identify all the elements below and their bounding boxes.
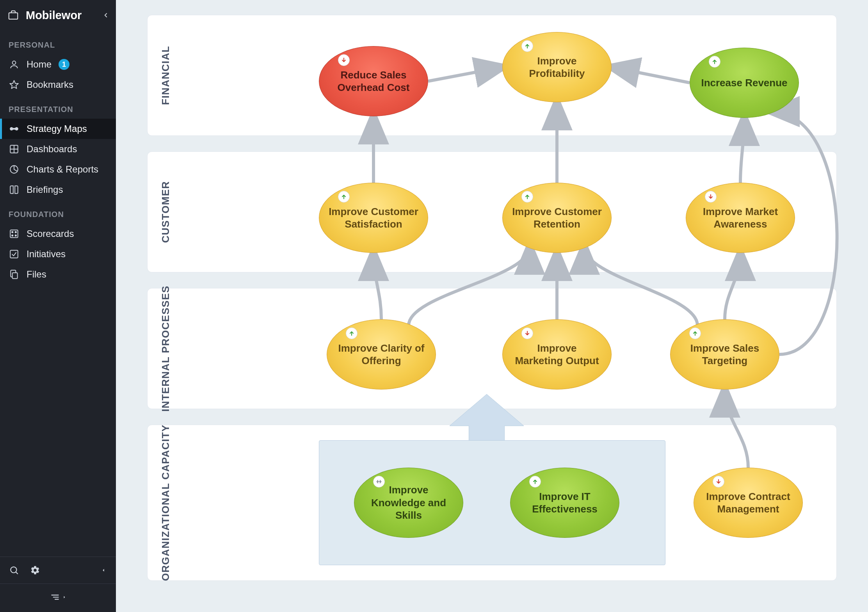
node-label: Improve Contract Management [703, 490, 793, 516]
strategy-icon [9, 123, 20, 134]
arrow-down-icon [713, 476, 724, 487]
arrow-up-icon [346, 327, 358, 339]
arrow-down-icon [705, 191, 717, 203]
svg-rect-15 [10, 250, 18, 258]
svg-line-18 [16, 572, 18, 574]
caret-right-icon [62, 592, 67, 603]
sidebar-item-label: Bookmarks [27, 79, 73, 90]
book-icon [9, 184, 20, 195]
node-label: Improve Knowledge and Skills [364, 484, 454, 522]
svg-rect-0 [9, 13, 18, 19]
svg-point-12 [15, 231, 16, 233]
sidebar-footer [0, 557, 116, 612]
arrow-up-icon [689, 327, 701, 339]
sidebar-item-home[interactable]: Home1 [0, 54, 116, 75]
sidebar-item-charts[interactable]: Charts & Reports [0, 159, 116, 180]
node-improve_profit[interactable]: Improve Profitability [502, 32, 612, 102]
sidebar-item-label: Scorecards [27, 228, 74, 239]
sidebar-item-label: Charts & Reports [27, 164, 98, 175]
node-label: Improve Marketing Output [512, 342, 602, 367]
node-label: Improve Clarity of Offering [336, 342, 426, 367]
node-label: Improve Customer Satisfaction [329, 205, 418, 231]
node-label: Improve Sales Targeting [680, 342, 770, 367]
chevron-left-icon[interactable] [101, 11, 110, 20]
lane-label: FINANCIAL [160, 46, 172, 105]
search-icon[interactable] [9, 565, 20, 576]
lane-label: INTERNAL PROCESSES [160, 285, 172, 411]
collapse-sidebar-button[interactable] [0, 584, 116, 612]
node-label: Improve IT Effectiveness [520, 490, 610, 516]
sidebar-header: Mobilewor [0, 0, 116, 30]
node-label: Reduce Sales Overhead Cost [329, 69, 418, 94]
arrow-down-icon [338, 54, 350, 66]
sidebar-item-briefings[interactable]: Briefings [0, 180, 116, 200]
lane-label: ORGANIZATIONAL CAPACITY [160, 424, 172, 581]
svg-rect-16 [12, 273, 18, 279]
node-it_effectiveness[interactable]: Improve IT Effectiveness [510, 468, 619, 538]
sidebar-item-scorecards[interactable]: Scorecards [0, 224, 116, 244]
dashboard-icon [9, 144, 20, 155]
sidebar-item-label: Dashboards [27, 144, 77, 155]
sidebar-section-label: PERSONAL [0, 30, 116, 54]
sidebar-item-strategy-maps[interactable]: Strategy Maps [0, 119, 116, 139]
sidebar-item-label: Files [27, 269, 46, 280]
node-marketing_output[interactable]: Improve Marketing Output [502, 319, 612, 390]
node-contract_mgmt[interactable]: Improve Contract Management [694, 468, 803, 538]
lane-label: CUSTOMER [160, 181, 172, 243]
node-market_awareness[interactable]: Improve Market Awareness [686, 183, 795, 253]
sidebar-item-bookmarks[interactable]: Bookmarks [0, 75, 116, 95]
grid-icon [9, 228, 20, 239]
briefcase-icon [7, 9, 20, 21]
sidebar-item-label: Initiatives [27, 249, 66, 260]
node-label: Improve Profitability [512, 55, 602, 80]
svg-rect-5 [12, 128, 16, 130]
sidebar-section-label: PRESENTATION [0, 95, 116, 119]
node-label: Improve Market Awareness [695, 205, 785, 231]
arrow-down-icon [521, 327, 533, 339]
arrow-up-icon [338, 191, 350, 203]
arrow-up-icon [529, 476, 541, 487]
chart-icon [9, 164, 20, 175]
sidebar: Mobilewor PERSONALHome1BookmarksPRESENTA… [0, 0, 116, 612]
svg-point-13 [12, 235, 13, 236]
node-clarity_offering[interactable]: Improve Clarity of Offering [327, 319, 436, 390]
sidebar-item-files[interactable]: Files [0, 264, 116, 285]
arrow-up-icon [521, 40, 533, 52]
svg-marker-2 [10, 80, 18, 89]
star-icon [9, 79, 20, 90]
caret-left-icon[interactable] [98, 565, 109, 576]
sidebar-item-label: Strategy Maps [27, 123, 87, 134]
sidebar-item-label: Briefings [27, 184, 63, 195]
arrow-up-icon [521, 191, 533, 203]
node-cust_satisfaction[interactable]: Improve Customer Satisfaction [319, 183, 428, 253]
svg-point-1 [12, 61, 16, 64]
copy-icon [9, 269, 20, 280]
gear-icon[interactable] [30, 565, 41, 576]
sidebar-item-dashboards[interactable]: Dashboards [0, 139, 116, 159]
node-sales_targeting[interactable]: Improve Sales Targeting [670, 319, 779, 390]
arrow-up-icon [709, 56, 720, 68]
project-name: Mobilewor [26, 9, 109, 22]
sidebar-item-label: Home [27, 59, 52, 70]
sidebar-item-initiatives[interactable]: Initiatives [0, 244, 116, 264]
check-icon [9, 249, 20, 260]
svg-rect-10 [10, 230, 18, 238]
person-icon [9, 59, 20, 70]
collapse-lines-icon [50, 592, 60, 603]
node-increase_revenue[interactable]: Increase Revenue [690, 48, 799, 118]
badge: 1 [59, 59, 69, 70]
node-label: Improve Customer Retention [512, 205, 602, 231]
strategy-map-canvas[interactable]: FINANCIAL CUSTOMER INTERNAL PROCESSES OR… [116, 0, 868, 612]
svg-point-11 [12, 231, 13, 233]
svg-point-17 [11, 567, 16, 573]
arrow-neutral-icon [373, 476, 385, 487]
sidebar-section-label: FOUNDATION [0, 200, 116, 224]
svg-point-14 [15, 235, 16, 236]
node-knowledge_skills[interactable]: Improve Knowledge and Skills [354, 468, 463, 538]
node-cust_retention[interactable]: Improve Customer Retention [502, 183, 612, 253]
node-label: Increase Revenue [701, 76, 787, 89]
node-reduce_overhead[interactable]: Reduce Sales Overhead Cost [319, 46, 428, 116]
